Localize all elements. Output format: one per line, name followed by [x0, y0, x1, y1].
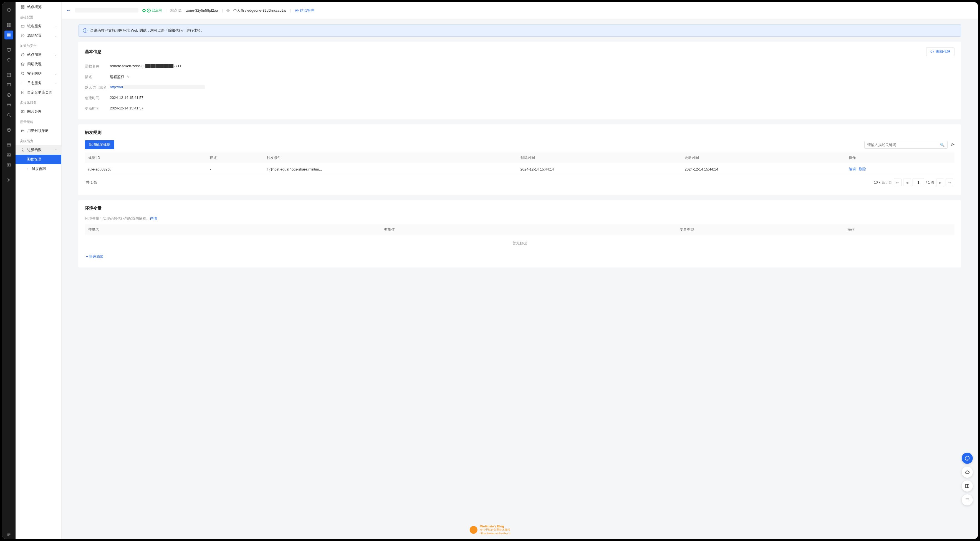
nav-window-icon[interactable]: [5, 140, 13, 149]
cell-rule-desc: -: [207, 163, 263, 175]
sidebar-item-edgefn[interactable]: 边缘函数⌃: [16, 145, 61, 155]
nav-shield-icon[interactable]: [5, 56, 13, 64]
nav-table-icon[interactable]: [5, 161, 13, 169]
book-icon[interactable]: [962, 480, 973, 492]
pager-next-button[interactable]: ▶: [936, 179, 944, 186]
sidebar-group-advanced: 高级能力: [16, 136, 61, 145]
col-rule-created: 创建时间: [517, 152, 681, 163]
fn-domain-value: http://rer██████████████████████████████…: [110, 85, 205, 90]
pager-current-input[interactable]: [913, 179, 924, 186]
svg-rect-21: [21, 25, 24, 27]
site-id-label: 站点ID:: [170, 8, 182, 13]
pager-first-button[interactable]: ⇤: [894, 179, 902, 186]
nav-download-icon[interactable]: [5, 81, 13, 89]
env-detail-link[interactable]: 详情: [150, 216, 157, 220]
sidebar-item-domain[interactable]: 域名服务⌄: [16, 21, 61, 31]
sidebar-sub-fnmanage[interactable]: 函数管理: [16, 155, 61, 164]
svg-point-30: [965, 456, 969, 460]
fn-desc-value: 远程鉴权✎: [110, 74, 129, 80]
col-env-type: 变量类型: [676, 224, 844, 235]
fx-icon: [21, 148, 25, 152]
status-badge: 已启用: [142, 8, 162, 13]
cell-rule-created: 2024-12-14 15:44:14: [517, 163, 681, 175]
image-icon: [21, 109, 25, 114]
sidebar-item-logs[interactable]: 日志服务⌄: [16, 78, 61, 88]
sidebar-item-security[interactable]: 安全防护⌄: [16, 69, 61, 78]
pager-size[interactable]: 10 ▾ 条 / 页: [874, 180, 892, 185]
sidebar-sub-trigger[interactable]: •触发配置: [16, 164, 61, 174]
sidebar-item-custompage[interactable]: 自定义响应页面: [16, 88, 61, 97]
svg-rect-6: [7, 49, 11, 51]
logo-icon[interactable]: [5, 6, 13, 14]
env-card: 环境变量 环境变量可实现函数代码与配置的解耦。详情 变量名 变量值 变量类型 操…: [78, 200, 961, 267]
chevron-down-icon: ⌄: [55, 81, 57, 85]
env-empty-text: 暂无数据: [85, 235, 955, 251]
rule-search-input[interactable]: [867, 143, 940, 147]
nav-image-icon[interactable]: [5, 150, 13, 160]
speed-icon: [21, 53, 25, 57]
col-rule-updated: 更新时间: [681, 152, 845, 163]
sidebar-overview[interactable]: 站点概览: [16, 2, 61, 12]
info-icon: i: [83, 28, 88, 33]
support-icon[interactable]: [962, 453, 973, 464]
rule-delete-link[interactable]: 删除: [859, 167, 866, 171]
svg-rect-3: [9, 25, 11, 27]
sidebar-item-l4proxy[interactable]: 四层代理: [16, 59, 61, 69]
col-rule-id: 规则 ID: [85, 152, 207, 163]
env-hint: 环境变量可实现函数代码与配置的解耦。详情: [85, 216, 955, 221]
sidebar-overview-label: 站点概览: [27, 5, 41, 10]
cloud-icon[interactable]: [962, 467, 973, 478]
cap-icon: [21, 129, 25, 133]
diamond-icon: [226, 8, 230, 12]
back-button[interactable]: ←: [66, 8, 71, 13]
sidebar-item-usagecap[interactable]: 用量封顶策略: [16, 126, 61, 136]
nav-sites-icon[interactable]: [5, 30, 13, 40]
sidebar-item-image[interactable]: 图片处理: [16, 107, 61, 116]
svg-rect-17: [21, 6, 22, 7]
menu-icon[interactable]: [962, 494, 973, 506]
svg-point-11: [8, 113, 10, 116]
nav-grid-icon[interactable]: [5, 21, 13, 29]
refresh-icon[interactable]: ⟳: [951, 142, 955, 147]
nav-card-icon[interactable]: [5, 101, 13, 109]
svg-rect-18: [23, 6, 24, 7]
edit-code-button[interactable]: 编辑代码: [926, 47, 955, 56]
pencil-icon[interactable]: ✎: [127, 75, 129, 79]
nav-search-icon[interactable]: [5, 110, 13, 120]
rule-edit-link[interactable]: 编辑: [849, 167, 856, 171]
nav-cube-icon[interactable]: [5, 126, 13, 134]
chevron-down-icon: ⌄: [55, 53, 57, 56]
nav-monitor-icon[interactable]: [5, 46, 13, 54]
env-quick-add-link[interactable]: + 快速添加: [85, 251, 105, 262]
rules-title: 触发规则: [85, 130, 102, 135]
svg-rect-10: [7, 104, 11, 106]
nav-settings-icon[interactable]: [5, 176, 13, 184]
chevron-up-icon: ⌃: [55, 148, 57, 152]
domain-link[interactable]: http://rer: [110, 85, 123, 89]
svg-rect-1: [9, 23, 11, 25]
fn-name-value: remote-token-zone-32███████████2711: [110, 64, 181, 69]
svg-rect-20: [23, 7, 24, 8]
sidebar: 站点概览 基础配置 域名服务⌄ 源站配置⌄ 加速与安全 站点加速⌄ 四层代理 安…: [16, 2, 62, 539]
rules-table: 规则 ID 描述 触发条件 创建时间 更新时间 操作 rule-agu032cu…: [85, 152, 955, 175]
sidebar-item-origin[interactable]: 源站配置⌄: [16, 31, 61, 40]
nav-collapse-icon[interactable]: [5, 530, 13, 539]
pager-last-button[interactable]: ⇥: [946, 179, 953, 186]
site-manage-link[interactable]: 站点管理: [295, 8, 314, 13]
pager-prev-button[interactable]: ◀: [903, 179, 911, 186]
svg-rect-0: [7, 23, 9, 25]
env-table: 变量名 变量值 变量类型 操作: [85, 224, 955, 235]
fn-domain-label: 默认访问域名: [85, 85, 110, 90]
search-icon[interactable]: 🔍: [940, 143, 945, 147]
nav-chart-icon[interactable]: [5, 70, 13, 80]
svg-point-29: [296, 10, 298, 11]
clock-icon: [21, 34, 25, 38]
pager-total: 共 1 条: [86, 180, 97, 185]
list-icon: [21, 81, 25, 85]
sidebar-group-accel: 加速与安全: [16, 40, 61, 50]
nav-activity-icon[interactable]: [5, 91, 13, 99]
sidebar-item-accel[interactable]: 站点加速⌄: [16, 50, 61, 59]
chevron-down-icon: ⌄: [55, 34, 57, 37]
svg-rect-12: [7, 144, 11, 146]
add-rule-button[interactable]: 新增触发规则: [85, 140, 114, 149]
